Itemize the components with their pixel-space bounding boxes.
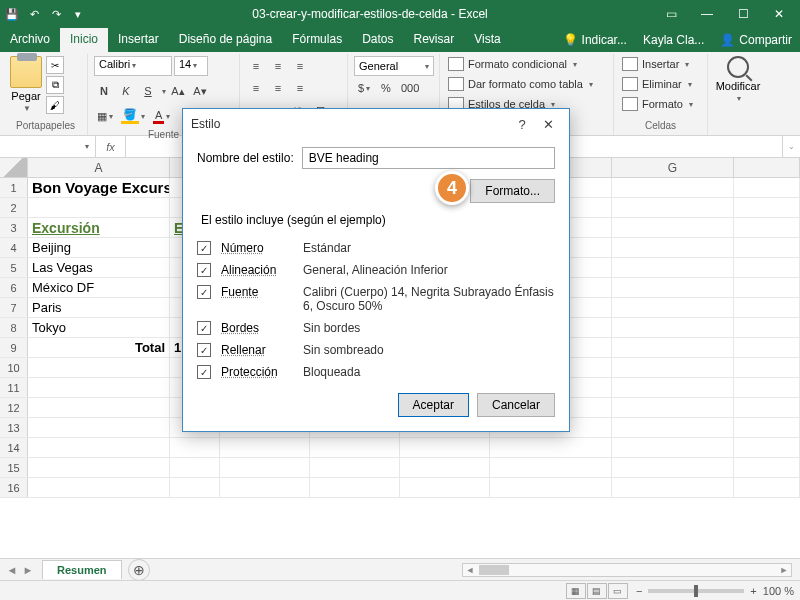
cell[interactable] (28, 418, 170, 437)
undo-icon[interactable]: ↶ (26, 6, 42, 22)
cell[interactable] (170, 458, 220, 477)
cell[interactable] (170, 438, 220, 457)
redo-icon[interactable]: ↷ (48, 6, 64, 22)
cell[interactable] (28, 378, 170, 397)
currency-icon[interactable]: $▾ (354, 78, 374, 98)
cell[interactable] (310, 478, 400, 497)
cell[interactable]: Beijing (28, 238, 170, 257)
qat-customize-icon[interactable]: ▾ (70, 6, 86, 22)
cell[interactable] (400, 438, 490, 457)
cell[interactable]: Tokyo (28, 318, 170, 337)
dialog-close-icon[interactable]: ✕ (535, 117, 561, 132)
row-header[interactable]: 1 (0, 178, 28, 197)
zoom-in-icon[interactable]: + (750, 585, 756, 597)
tab-revisar[interactable]: Revisar (404, 28, 465, 52)
paste-button[interactable]: Pegar ▼ (10, 56, 42, 113)
sheet-tab-resumen[interactable]: Resumen (42, 560, 122, 579)
cell[interactable] (28, 438, 170, 457)
fill-color-icon[interactable]: 🪣▾ (118, 106, 148, 126)
row-header[interactable]: 8 (0, 318, 28, 337)
tab-diseno[interactable]: Diseño de página (169, 28, 282, 52)
cell[interactable] (612, 338, 734, 357)
maximize-icon[interactable]: ☐ (726, 3, 760, 25)
h-scrollbar[interactable]: ◄► (462, 563, 792, 577)
row-header[interactable]: 4 (0, 238, 28, 257)
name-box[interactable]: ▾ (0, 136, 96, 157)
cell[interactable] (612, 358, 734, 377)
cell[interactable] (612, 418, 734, 437)
ok-button[interactable]: Aceptar (398, 393, 469, 417)
cell[interactable] (310, 438, 400, 457)
format-button[interactable]: Formato... (470, 179, 555, 203)
percent-icon[interactable]: % (376, 78, 396, 98)
row-header[interactable]: 12 (0, 398, 28, 417)
checkbox[interactable]: ✓ (197, 285, 211, 299)
cancel-button[interactable]: Cancelar (477, 393, 555, 417)
copy-icon[interactable]: ⧉ (46, 76, 64, 94)
font-color-icon[interactable]: A▾ (150, 106, 173, 126)
cell[interactable] (28, 398, 170, 417)
format-as-table-button[interactable]: Dar formato como tabla▾ (446, 76, 607, 92)
tab-vista[interactable]: Vista (464, 28, 510, 52)
row-header[interactable]: 6 (0, 278, 28, 297)
editing-button[interactable]: Modificar ▾ (714, 56, 762, 103)
checkbox[interactable]: ✓ (197, 241, 211, 255)
delete-cells-button[interactable]: Eliminar▾ (620, 76, 701, 92)
comma-icon[interactable]: 000 (398, 78, 422, 98)
cell[interactable] (612, 258, 734, 277)
italic-button[interactable]: K (116, 81, 136, 101)
cell[interactable] (612, 378, 734, 397)
row-header[interactable]: 14 (0, 438, 28, 457)
share-button[interactable]: 👤 Compartir (712, 28, 800, 52)
row-header[interactable]: 5 (0, 258, 28, 277)
tab-formulas[interactable]: Fórmulas (282, 28, 352, 52)
row-header[interactable]: 15 (0, 458, 28, 477)
normal-view-icon[interactable]: ▦ (566, 583, 586, 599)
decrease-font-icon[interactable]: A▾ (190, 81, 210, 101)
cell[interactable] (220, 438, 310, 457)
align-right-icon[interactable]: ≡ (290, 78, 310, 98)
row-header[interactable]: 2 (0, 198, 28, 217)
select-all-corner[interactable] (0, 158, 28, 177)
cell[interactable] (310, 458, 400, 477)
add-sheet-button[interactable]: ⊕ (128, 559, 150, 581)
next-sheet-icon[interactable]: ► (23, 564, 34, 576)
tell-me[interactable]: 💡 Indicar... (555, 28, 635, 52)
underline-button[interactable]: S (138, 81, 158, 101)
cell[interactable] (612, 278, 734, 297)
cell[interactable] (220, 458, 310, 477)
cell[interactable] (612, 298, 734, 317)
cell[interactable] (612, 398, 734, 417)
tab-archivo[interactable]: Archivo (0, 28, 60, 52)
ribbon-options-icon[interactable]: ▭ (654, 3, 688, 25)
close-icon[interactable]: ✕ (762, 3, 796, 25)
cell[interactable]: Paris (28, 298, 170, 317)
cell[interactable] (400, 458, 490, 477)
bold-button[interactable]: N (94, 81, 114, 101)
page-break-view-icon[interactable]: ▭ (608, 583, 628, 599)
cell[interactable] (28, 358, 170, 377)
cell[interactable]: Bon Voyage Excurs (28, 178, 170, 197)
account-user[interactable]: Kayla Cla... (635, 28, 712, 52)
insert-cells-button[interactable]: Insertar▾ (620, 56, 701, 72)
format-painter-icon[interactable]: 🖌 (46, 96, 64, 114)
cell[interactable] (612, 438, 734, 457)
cell[interactable] (170, 478, 220, 497)
align-center-icon[interactable]: ≡ (268, 78, 288, 98)
zoom-slider[interactable] (648, 589, 744, 593)
checkbox[interactable]: ✓ (197, 343, 211, 357)
prev-sheet-icon[interactable]: ◄ (7, 564, 18, 576)
tab-insertar[interactable]: Insertar (108, 28, 169, 52)
format-cells-button[interactable]: Formato▾ (620, 96, 701, 112)
cell[interactable] (28, 478, 170, 497)
conditional-format-button[interactable]: Formato condicional▾ (446, 56, 607, 72)
align-bottom-icon[interactable]: ≡ (290, 56, 310, 76)
cell[interactable] (28, 198, 170, 217)
row-header[interactable]: 13 (0, 418, 28, 437)
cell[interactable] (612, 218, 734, 237)
cell[interactable] (490, 478, 612, 497)
expand-formula-icon[interactable]: ⌄ (782, 136, 800, 157)
row-header[interactable]: 11 (0, 378, 28, 397)
row-header[interactable]: 7 (0, 298, 28, 317)
cell[interactable] (400, 478, 490, 497)
